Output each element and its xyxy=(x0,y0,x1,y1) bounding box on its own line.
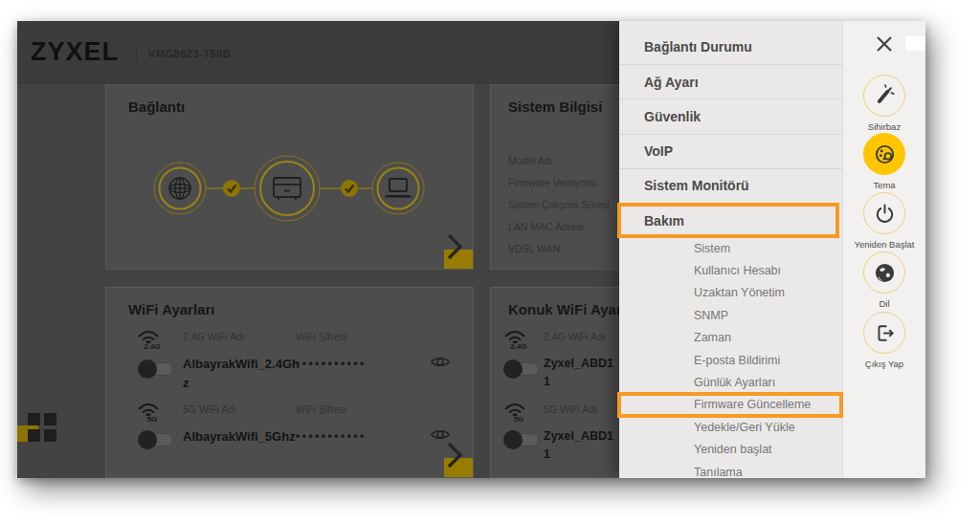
logout-button[interactable] xyxy=(863,312,905,354)
submenu-item-kullanici-hesabi[interactable]: Kullanıcı Hesabı xyxy=(619,259,842,281)
system-info-title: Sistem Bilgisi xyxy=(508,98,602,115)
wifi-band-5g: 5G xyxy=(136,401,168,424)
quick-actions-sidebar: Sihirbaz Tema xyxy=(842,21,925,478)
submenu-item-gunluk-ayarlari[interactable]: Günlük Ayarları xyxy=(619,371,842,393)
guest-5g-name-label: 5G WiFi Adı xyxy=(544,403,597,415)
link-ok-icon xyxy=(223,180,240,197)
wifi-2_4g-name-label: 2.4G WiFi Adı xyxy=(183,331,245,342)
action-label: Dil xyxy=(843,298,925,309)
restart-button[interactable] xyxy=(863,192,905,234)
wifi-5g-password-masked: ••••••••••• xyxy=(296,429,367,443)
router-admin-window: ZYXEL VMG8623-T50B Bağlantı xyxy=(17,21,925,478)
theme-button[interactable] xyxy=(863,133,905,175)
guest-2_4g-ssid: Zyxel_ABD11 xyxy=(544,355,618,392)
device-model: VMG8623-T50B xyxy=(148,48,231,59)
submenu-item-uzaktan-yonetim[interactable]: Uzaktan Yönetim xyxy=(619,282,842,304)
sidebar-action-cikis-yap: Çıkış Yap xyxy=(843,312,925,369)
wand-icon xyxy=(873,84,896,107)
system-info-label: Sistem Çalışma Süresi xyxy=(508,194,610,216)
router-icon xyxy=(274,178,301,200)
language-button[interactable] xyxy=(863,251,905,294)
wifi-5g-name-label: 5G WiFi Adı xyxy=(183,403,236,415)
guest-2_4g-name-label: 2.4G WiFi Adı xyxy=(544,331,606,342)
guest-2_4g-toggle[interactable] xyxy=(504,362,539,376)
action-label: Yeniden Başlat xyxy=(843,239,925,250)
submenu-item-zaman[interactable]: Zaman xyxy=(619,327,842,349)
sidebar-action-tema: Tema xyxy=(843,133,925,190)
page: ZYXEL VMG8623-T50B Bağlantı xyxy=(0,0,980,523)
menu-item-bakim[interactable]: Bakım xyxy=(619,203,842,237)
action-label: Tema xyxy=(843,180,925,190)
connection-diagram xyxy=(143,141,439,236)
close-menu-button[interactable] xyxy=(843,34,925,55)
close-icon xyxy=(875,34,894,54)
power-icon xyxy=(874,203,896,225)
globe-icon xyxy=(874,262,896,284)
guest-5g-ssid: Zyxel_ABD11 xyxy=(544,427,618,465)
logo-divider xyxy=(136,44,137,63)
submenu-item-firmware-guncelleme[interactable]: Firmware Güncelleme xyxy=(619,394,842,416)
wizard-button[interactable] xyxy=(863,75,905,117)
guest-5g-toggle[interactable] xyxy=(504,433,539,447)
submenu-item-snmp[interactable]: SNMP xyxy=(619,304,842,326)
action-label: Sihirbaz xyxy=(843,121,925,132)
guest-band-2_4g: 2.4G xyxy=(502,328,535,351)
navigation-menu-panel: Bağlantı Durumu Ağ Ayarı Güvenlik VoIP S… xyxy=(619,21,842,478)
sidebar-action-dil: Dil xyxy=(843,251,925,309)
system-info-label: VDSL WAN xyxy=(508,238,610,260)
wifi-2_4g-password-label: WiFi Şifresi xyxy=(296,331,346,342)
wifi-5g-password-label: WiFi Şifresi xyxy=(296,403,346,415)
zyxel-logo: ZYXEL xyxy=(31,37,119,67)
sidebar-action-sihirbaz: Sihirbaz xyxy=(843,75,925,132)
submenu-item-tanilama[interactable]: Tanılama xyxy=(619,461,842,478)
palette-icon xyxy=(874,143,896,165)
menu-list: Bağlantı Durumu Ağ Ayarı Güvenlik VoIP S… xyxy=(619,30,842,237)
system-info-labels: Model Adı Firmware Versiyonu Sistem Çalı… xyxy=(508,150,610,260)
sidebar-action-yeniden-baslat: Yeniden Başlat xyxy=(843,192,925,250)
wifi-5g-toggle[interactable] xyxy=(139,433,173,447)
link-ok-icon xyxy=(341,180,358,197)
wifi-band-2_4g: 2.4G xyxy=(136,328,168,351)
submenu-item-yeniden-baslat[interactable]: Yeniden başlat xyxy=(619,439,842,461)
submenu-item-yedekle-geri-yukle[interactable]: Yedekle/Geri Yükle xyxy=(619,416,842,438)
submenu-item-eposta-bildirimi[interactable]: E-posta Bildirimi xyxy=(619,349,842,371)
logout-icon xyxy=(874,322,896,344)
menu-item-baglanti-durumu[interactable]: Bağlantı Durumu xyxy=(619,30,842,64)
wifi-2_4g-toggle[interactable] xyxy=(139,362,173,376)
menu-item-ag-ayari[interactable]: Ağ Ayarı xyxy=(619,64,842,98)
wifi-details-button[interactable] xyxy=(415,429,473,477)
guest-band-5g: 5G xyxy=(502,401,535,424)
connection-card-title: Bağlantı xyxy=(128,98,185,115)
bakim-submenu: Sistem Kullanıcı Hesabı Uzaktan Yönetim … xyxy=(619,237,842,478)
wifi-settings-card: WiFi Ayarları 2.4G 2.4G WiFi Adı Albayra… xyxy=(105,287,474,478)
action-label: Çıkış Yap xyxy=(843,359,925,369)
system-info-label: Firmware Versiyonu xyxy=(508,172,610,194)
wifi-2_4g-password-masked: ••••••••••• xyxy=(296,357,367,370)
menu-item-voip[interactable]: VoIP xyxy=(619,134,842,168)
wifi-card-title: WiFi Ayarları xyxy=(128,301,214,317)
computer-icon xyxy=(385,179,412,198)
system-info-label: Model Adı xyxy=(508,150,610,172)
dashboard-widgets-button[interactable] xyxy=(19,413,63,447)
system-info-label: LAN MAC Adresi xyxy=(508,216,610,238)
internet-globe-icon xyxy=(169,178,190,199)
show-password-icon[interactable] xyxy=(430,355,451,369)
wifi-2_4g-ssid: AlbayrakWifi_2.4Ghz xyxy=(183,355,301,393)
connection-card: Bağlantı xyxy=(105,84,474,270)
submenu-item-sistem[interactable]: Sistem xyxy=(619,237,842,259)
menu-item-guvenlik[interactable]: Güvenlik xyxy=(619,98,842,133)
connection-details-button[interactable] xyxy=(415,217,473,269)
menu-item-sistem-monitoru[interactable]: Sistem Monitörü xyxy=(619,168,842,203)
